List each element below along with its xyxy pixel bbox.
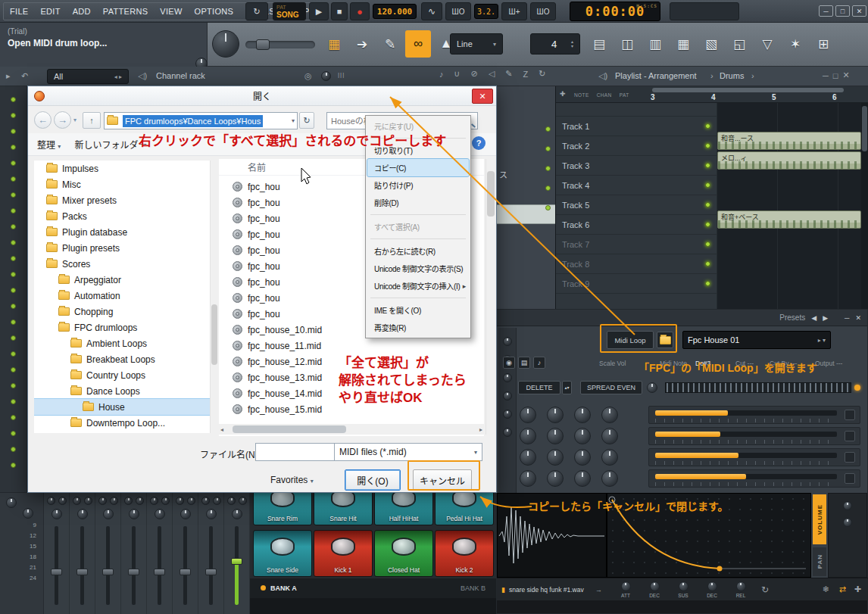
strip-fader-track[interactable]: [209, 526, 213, 605]
panel-tool-icon[interactable]: ⊘: [471, 69, 478, 79]
context-menu-item[interactable]: [367, 235, 469, 242]
mixer-strip[interactable]: [198, 493, 224, 614]
context-menu-item[interactable]: [367, 211, 469, 218]
snap-selector[interactable]: Line ▾: [450, 33, 503, 55]
tree-item[interactable]: Scores: [34, 256, 210, 272]
mixer-strip[interactable]: [121, 493, 147, 614]
envelope-knob[interactable]: DEC: [645, 581, 664, 598]
playlist-hscrollbar[interactable]: [652, 88, 844, 92]
dialog-titlebar[interactable]: 開く ✕: [28, 86, 496, 106]
open-button[interactable]: 開く(O): [345, 469, 401, 491]
panel-tool-icon[interactable]: ◁: [489, 69, 495, 79]
bank-a-button[interactable]: BANK A: [261, 584, 297, 592]
tree-item[interactable]: Plugin database: [34, 224, 210, 240]
back-button[interactable]: ←: [34, 111, 52, 129]
fpc-side-knob[interactable]: [503, 337, 512, 346]
tree-item-label[interactable]: Plugin presets: [62, 243, 120, 254]
favorites-button[interactable]: Favorites ▾: [270, 475, 314, 485]
envelope-knob-dial[interactable]: [736, 581, 746, 591]
slider-button[interactable]: [845, 431, 855, 441]
slider-track[interactable]: [655, 474, 837, 479]
drum-pad[interactable]: Snare Rim: [253, 492, 312, 525]
strip-fader-track[interactable]: [235, 526, 239, 605]
pattern-clip[interactable]: 和音...ース: [717, 132, 861, 150]
tree-item[interactable]: Arpeggiator: [34, 272, 210, 288]
file-name[interactable]: fpc_hou: [248, 261, 280, 272]
pad-param-knob[interactable]: [520, 428, 536, 444]
track-led[interactable]: [705, 242, 710, 247]
playlist-track-row[interactable]: Track 9: [556, 274, 717, 294]
toolbar-icon-button[interactable]: ▦: [670, 30, 696, 58]
toolbar-icon-button[interactable]: ◫: [614, 30, 640, 58]
file-name[interactable]: fpc_hou: [248, 198, 280, 208]
delete-button[interactable]: DELETE: [518, 381, 560, 394]
tree-item-label[interactable]: Scores: [62, 259, 90, 270]
tree-item[interactable]: Dance Loops: [34, 383, 210, 399]
stop-button[interactable]: ■: [331, 2, 348, 20]
pad-slider-row-4[interactable]: [648, 469, 860, 488]
slider-track[interactable]: [655, 432, 837, 437]
fpc-close-icon[interactable]: ✕: [855, 314, 861, 322]
file-name[interactable]: fpc_house_13.mid: [248, 372, 322, 383]
panel-tool-icon[interactable]: ♪: [439, 70, 444, 79]
scroll-thumb[interactable]: [211, 304, 217, 365]
playlist-ruler[interactable]: ✚ NOTECHANPAT 3456: [556, 86, 868, 103]
record-button[interactable]: ●: [350, 2, 370, 20]
playlist-track-row[interactable]: Track 7: [556, 235, 717, 254]
play-button[interactable]: ▶: [309, 2, 329, 20]
tree-item-label[interactable]: House: [98, 402, 125, 413]
tree-item-label[interactable]: Impulses: [62, 164, 98, 174]
strip-knob-1[interactable]: [98, 497, 107, 505]
strip-knob-1[interactable]: [47, 497, 55, 505]
strip-pan-knob[interactable]: [206, 509, 217, 519]
tree-item-label[interactable]: Chopping: [74, 307, 113, 317]
channel-filter-selector[interactable]: All ◂ ▸: [47, 69, 129, 84]
context-menu-item[interactable]: IME を開く(O): [367, 301, 469, 319]
panel-minimize-button[interactable]: ─: [823, 71, 829, 80]
strip-pan-knob[interactable]: [77, 509, 88, 519]
context-menu-item[interactable]: 再変換(R): [367, 319, 469, 336]
tree-item-label[interactable]: Country Loops: [86, 370, 145, 381]
menu-item[interactable]: VIEW: [160, 7, 182, 16]
tree-scrollbar[interactable]: [210, 161, 217, 433]
bank-b-button[interactable]: BANK B: [461, 584, 486, 592]
step-seq-button[interactable]: ШO: [445, 2, 471, 20]
loop-icon[interactable]: ↻: [761, 584, 769, 595]
spread-knob[interactable]: [647, 382, 657, 393]
strip-fader-track[interactable]: [55, 526, 58, 605]
fpc-minimize-icon[interactable]: ─: [845, 314, 849, 322]
menu-item[interactable]: OPTIONS: [195, 7, 234, 16]
refresh-button[interactable]: ↻: [299, 112, 314, 129]
strip-knob-1[interactable]: [176, 497, 184, 505]
strip-fader-track[interactable]: [158, 526, 161, 605]
strip-pan-knob[interactable]: [129, 509, 139, 519]
mixer-strip[interactable]: [95, 493, 121, 614]
pattern-plus-button[interactable]: Ш+: [501, 2, 527, 20]
tree-item[interactable]: Breakbeat Loops: [34, 351, 210, 367]
playlist-track-row[interactable]: Track 4: [556, 176, 717, 195]
track-led[interactable]: [705, 182, 710, 188]
strip-knob-1[interactable]: [201, 497, 210, 505]
strip-pan-knob[interactable]: [103, 509, 114, 519]
pad-param-knob[interactable]: [520, 407, 536, 423]
drum-pad[interactable]: Snare Side: [253, 530, 312, 577]
scroll-thumb[interactable]: [487, 171, 495, 217]
strip-knob-1[interactable]: [150, 497, 158, 505]
undo-icon[interactable]: ↶: [21, 71, 28, 81]
file-name[interactable]: fpc_hou: [248, 229, 280, 240]
panel-tool-icon[interactable]: Z: [523, 70, 528, 79]
context-menu-item[interactable]: 削除(D): [367, 194, 469, 211]
mixer-knob-b[interactable]: [23, 508, 33, 519]
time-display[interactable]: 0:00:00 M:S:CS: [570, 2, 660, 21]
toolbar-icon-button[interactable]: ✎: [377, 30, 403, 58]
pad-slider-row-2[interactable]: [648, 427, 860, 445]
pad-param-knob[interactable]: [574, 407, 591, 423]
ruler-mode-label[interactable]: CHAN: [597, 92, 612, 98]
pad-param-knob[interactable]: [547, 407, 564, 423]
strip-knob-2[interactable]: [161, 497, 170, 505]
playlist-track-row[interactable]: Track 5: [556, 195, 717, 215]
tree-item[interactable]: Impulses: [34, 161, 210, 176]
fpc-option-button-3[interactable]: ♪: [533, 357, 545, 369]
track-led[interactable]: [705, 222, 710, 227]
strip-pan-knob[interactable]: [232, 509, 242, 519]
